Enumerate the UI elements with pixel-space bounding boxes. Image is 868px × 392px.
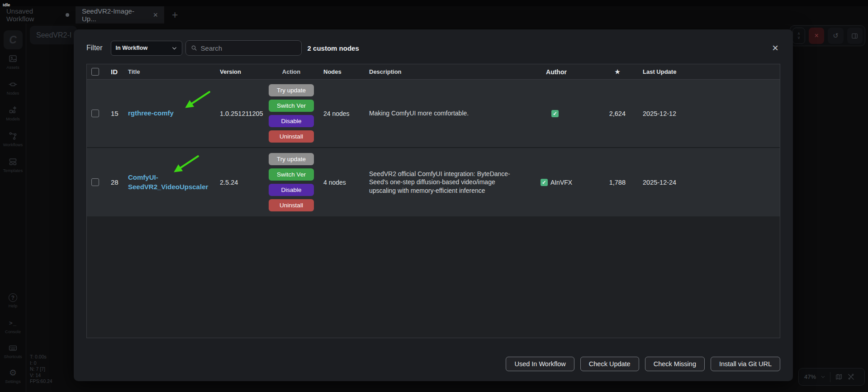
search-box [185,40,302,56]
tab-label: Unsaved Workflow [6,7,61,23]
table-row: 15 rgthree-comfy 1.0.251211205 Try updat… [87,80,780,147]
row-checkbox[interactable] [91,178,99,186]
dialog-header: Filter In Workflow 2 custom nodes × [86,38,780,57]
sidebar-item-nodes[interactable]: Nodes [0,80,26,98]
graph-toolbar: ∧ ∨ × ↺ [790,25,865,46]
help-icon: ? [9,293,17,302]
search-input[interactable] [201,44,297,52]
node-count: 4 nodes [316,179,360,186]
custom-nodes-count: 2 custom nodes [308,44,359,52]
select-all-checkbox[interactable] [91,68,99,76]
sidebar-item-models[interactable]: Models [0,105,26,124]
close-dialog-icon[interactable]: × [772,43,778,53]
templates-icon [8,157,18,167]
tab-label: SeedVR2-Image-Up... [82,7,148,23]
switch-version-button[interactable]: Switch Ver [269,100,314,112]
sidebar-item-workflows[interactable]: Workflows [0,131,26,150]
divider [830,372,830,382]
stat-version: V: 14 [30,373,52,379]
search-icon [190,44,198,52]
node-title-link[interactable]: rgthree-comfy [123,109,214,118]
disable-button[interactable]: Disable [269,115,314,127]
sidebar-item-shortcuts[interactable]: Shortcuts [0,343,26,362]
tab-seedvr2-image-upscale[interactable]: SeedVR2-Image-Up... × [76,6,164,24]
col-author: Author [520,68,583,76]
uninstall-button[interactable]: Uninstall [269,199,314,211]
col-title: Title [123,68,214,76]
node-author: ✓ [520,110,583,117]
minimap-icon[interactable] [835,373,843,381]
comfyui-logo[interactable]: C [4,30,23,49]
node-title-link[interactable]: ComfyUI-SeedVR2_VideoUpscaler [123,173,214,191]
verified-check-icon: ✓ [541,179,548,186]
nodes-icon [8,80,18,89]
sidebar-item-console[interactable]: >_ Console [0,318,26,337]
custom-nodes-manager-dialog: Filter In Workflow 2 custom nodes × ID T… [74,29,793,381]
col-action: Action [266,68,316,75]
unsaved-dot-icon [66,13,69,17]
check-update-button[interactable]: Check Update [580,357,639,371]
sidebar-item-assets[interactable]: Assets [0,54,26,72]
canvas-perf-stats: T: 0.00s I: 0 N: 7 [7] V: 14 FPS:60.24 [30,354,52,385]
sidebar-item-settings[interactable]: ⚙ Settings [0,368,26,387]
panel-icon [851,32,859,40]
chevron-down-icon[interactable] [821,374,825,379]
star-count: 1,788 [583,179,631,186]
col-stars-icon: ★ [583,68,631,75]
used-in-workflow-button[interactable]: Used In Workflow [506,357,574,371]
assets-icon [8,54,18,63]
panel-toggle-button[interactable] [847,28,863,44]
node-id: 15 [106,110,123,117]
stat-nodes: N: 7 [7] [30,366,52,373]
left-sidebar: C Assets Nodes Models Workflows Template… [0,24,26,392]
last-update-date: 2025-12-24 [631,179,780,186]
stat-time: T: 0.00s [30,354,52,360]
workflow-tabbar: Unsaved Workflow SeedVR2-Image-Up... × + [0,6,868,24]
try-update-button[interactable]: Try update [269,84,314,96]
chevron-down-icon: ∨ [797,36,801,40]
disable-button[interactable]: Disable [269,184,314,196]
check-missing-button[interactable]: Check Missing [645,357,705,371]
col-description: Description [360,68,520,76]
last-update-date: 2025-12-12 [631,110,780,117]
switch-version-button[interactable]: Switch Ver [269,168,314,181]
sidebar-item-help[interactable]: ? Help [0,293,26,312]
node-id: 28 [106,178,123,186]
tab-unsaved-workflow[interactable]: Unsaved Workflow [0,6,76,24]
uninstall-button[interactable]: Uninstall [269,130,314,143]
toggle-links-icon[interactable] [847,373,855,381]
action-buttons: Try update Switch Ver Disable Uninstall [266,153,316,211]
col-id: ID [106,68,123,76]
node-version: 1.0.251211205 [214,110,266,117]
stat-iterations: I: 0 [30,360,52,367]
queue-stepper[interactable]: ∧ ∨ [792,28,805,44]
author-name: AInVFX [550,179,572,186]
install-via-git-url-button[interactable]: Install via Git URL [711,357,780,371]
models-icon [8,105,18,115]
node-count: 24 nodes [316,110,360,117]
action-buttons: Try update Switch Ver Disable Uninstall [266,84,316,143]
menubar: Idle [0,0,868,6]
filter-selected-value: In Workflow [116,45,148,51]
cancel-run-button[interactable]: × [809,28,824,44]
verified-check-icon: ✓ [551,110,559,117]
gear-icon: ⚙ [9,368,17,378]
keyboard-icon [8,343,18,353]
workflows-icon [8,131,18,141]
node-version: 2.5.24 [214,179,266,186]
table-header-row: ID Title Version Action Nodes Descriptio… [87,64,780,80]
node-description: Making ComfyUI more comfortable. [360,109,520,117]
zoom-level[interactable]: 47% [804,373,816,380]
col-nodes: Nodes [316,68,360,75]
close-tab-icon[interactable]: × [153,11,158,19]
node-author: ✓ AInVFX [520,179,583,186]
try-update-button[interactable]: Try update [269,153,314,165]
new-tab-button[interactable]: + [164,6,185,24]
terminal-icon: >_ [9,318,17,328]
table-row: 28 ComfyUI-SeedVR2_VideoUpscaler 2.5.24 … [87,148,780,216]
row-checkbox[interactable] [91,110,99,117]
history-button[interactable]: ↺ [828,28,843,44]
filter-dropdown[interactable]: In Workflow [111,41,182,56]
workflow-name-chip[interactable]: SeedVR2-I [30,26,77,44]
sidebar-item-templates[interactable]: Templates [0,157,26,176]
